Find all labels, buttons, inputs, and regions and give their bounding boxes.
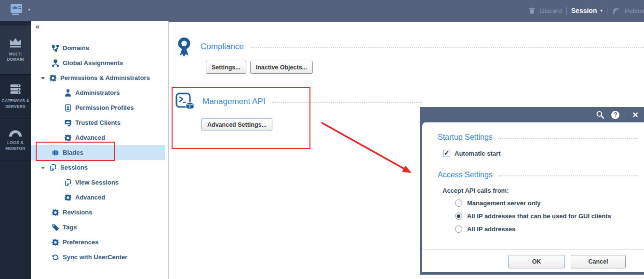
- tree-item-preferences[interactable]: Preferences: [31, 235, 168, 250]
- app-menu-caret-icon: ▾: [28, 7, 30, 12]
- tree-item-label: View Sessions: [75, 179, 119, 186]
- access-settings-heading: Access Settings: [438, 171, 637, 179]
- radio-button[interactable]: [455, 199, 462, 207]
- compliance-settings-button[interactable]: Settings...: [206, 61, 246, 74]
- domains-icon: [51, 44, 59, 52]
- advanced-settings-button[interactable]: Advanced Settings...: [201, 118, 272, 131]
- global-assignments-icon: [51, 59, 59, 67]
- tree-item-label: Blades: [63, 149, 83, 156]
- section-divider: [272, 102, 422, 103]
- profile-card-icon: [64, 104, 72, 112]
- dialog-body: Startup Settings ✓ Automatic start Acces…: [422, 122, 644, 272]
- tree-item-label: Sessions: [60, 164, 88, 171]
- radio-label: All IP addresses that can be used for GU…: [467, 213, 611, 220]
- radio-label: All IP addresses: [467, 226, 515, 233]
- tree-item-trusted-clients[interactable]: Trusted Clients: [31, 115, 168, 130]
- radio-all-ip-gui-clients[interactable]: All IP addresses that can be used for GU…: [455, 213, 611, 220]
- tree-item-label: Trusted Clients: [75, 119, 121, 126]
- tree-item-blades[interactable]: Blades: [31, 145, 165, 160]
- gear-icon: [64, 133, 72, 142]
- section-title: Management API: [202, 97, 265, 106]
- gear-icon: [64, 193, 72, 201]
- collapse-panel-button[interactable]: «: [36, 23, 40, 30]
- tree-item-view-sessions[interactable]: View Sessions: [31, 175, 168, 190]
- publish-button[interactable]: Publish: [625, 7, 644, 14]
- tree-item-sessions[interactable]: Sessions: [31, 160, 168, 175]
- tree-item-label: Preferences: [63, 239, 98, 246]
- sidebar-item-logs-monitor[interactable]: LOGS & MONITOR: [0, 119, 31, 160]
- tree-item-label: Administrators: [75, 89, 120, 96]
- administrator-icon: [64, 89, 72, 97]
- search-icon[interactable]: [596, 110, 605, 120]
- dialog-title-bar: ? ×: [420, 107, 644, 122]
- section-title: Compliance: [201, 42, 244, 52]
- tree-item-tags[interactable]: Tags: [31, 220, 168, 235]
- trash-icon: [528, 7, 536, 14]
- tree-item-advanced-permissions[interactable]: Advanced: [31, 130, 168, 145]
- tree-item-label: Global Assignments: [63, 59, 123, 66]
- accept-api-calls-label: Accept API calls from:: [443, 187, 509, 194]
- tree-item-revisions[interactable]: Revisions: [31, 205, 168, 220]
- domain-settings-tree-panel: « Domains Global Assignments Permissions…: [31, 21, 169, 279]
- sidebar-item-gateways-servers[interactable]: GATEWAYS & SERVERS: [0, 75, 31, 119]
- app-logo-icon: [11, 4, 24, 15]
- trusted-client-icon: [64, 119, 72, 127]
- tree-item-label: Advanced: [75, 194, 105, 201]
- radio-management-server-only[interactable]: Management server only: [455, 199, 540, 207]
- discard-button[interactable]: Discard: [540, 7, 562, 14]
- management-api-icon: [174, 92, 195, 112]
- gauge-icon: [8, 127, 23, 137]
- tree-item-permission-profiles[interactable]: Permission Profiles: [31, 100, 168, 115]
- session-menu-button[interactable]: Session: [571, 7, 597, 14]
- tree-item-domains[interactable]: Domains: [31, 40, 168, 55]
- startup-settings-heading: Startup Settings: [438, 133, 637, 142]
- radio-button[interactable]: [455, 213, 462, 220]
- sidebar-item-label: GATEWAYS & SERVERS: [0, 98, 31, 109]
- expander-icon[interactable]: [41, 77, 45, 80]
- annotation-arrow: [311, 115, 419, 182]
- heading-divider: [498, 138, 637, 139]
- tree-item-label: Permission Profiles: [75, 104, 134, 111]
- inactive-objects-button[interactable]: Inactive Objects...: [250, 61, 313, 74]
- tree-item-label: Revisions: [63, 209, 92, 216]
- automatic-start-row: ✓ Automatic start: [443, 150, 500, 157]
- tree-item-permissions-administrators[interactable]: Permissions & Administrators: [31, 70, 168, 85]
- compliance-award-icon: [175, 37, 193, 57]
- sidebar-item-multi-domain[interactable]: MULTI DOMAIN: [0, 26, 31, 75]
- tree-item-administrators[interactable]: Administrators: [31, 85, 168, 100]
- ok-button[interactable]: OK: [508, 255, 565, 268]
- checkmark-icon: ✓: [444, 149, 450, 157]
- help-icon[interactable]: ?: [611, 111, 619, 119]
- session-caret-icon: ▾: [600, 8, 603, 13]
- tree-item-advanced-sessions[interactable]: Advanced: [31, 190, 168, 205]
- management-api-settings-dialog: ? × Startup Settings ✓ Automatic start A…: [420, 107, 644, 275]
- tag-icon: [51, 223, 59, 231]
- tree-item-label: Sync with UserCenter: [63, 253, 127, 261]
- compliance-buttons: Settings... Inactive Objects...: [206, 61, 313, 74]
- app-sidebar: MULTI DOMAIN GATEWAYS & SERVERS LOGS & M…: [0, 21, 31, 279]
- radio-all-ip-addresses[interactable]: All IP addresses: [455, 226, 515, 233]
- sidebar-item-label: LOGS & MONITOR: [0, 140, 31, 151]
- tree-item-global-assignments[interactable]: Global Assignments: [31, 55, 168, 70]
- crown-icon: [8, 38, 23, 48]
- automatic-start-label: Automatic start: [455, 150, 500, 157]
- sync-icon: [51, 253, 59, 261]
- servers-icon: [9, 83, 22, 95]
- radio-label: Management server only: [467, 199, 540, 207]
- session-icon: [49, 163, 57, 172]
- expander-icon[interactable]: [41, 167, 45, 169]
- gear-icon: [51, 208, 59, 216]
- radio-button[interactable]: [455, 226, 462, 233]
- automatic-start-checkbox[interactable]: ✓: [443, 150, 450, 157]
- tree-item-sync-usercenter[interactable]: Sync with UserCenter: [31, 250, 168, 265]
- blades-icon: [51, 148, 59, 157]
- gear-icon: [51, 238, 59, 246]
- close-icon[interactable]: ×: [632, 110, 638, 120]
- compliance-section-header: Compliance: [175, 37, 644, 57]
- app-menu-button[interactable]: [11, 4, 24, 15]
- sidebar-item-label: MULTI DOMAIN: [0, 52, 31, 62]
- radio-dot: [457, 214, 460, 218]
- gear-icon: [49, 74, 57, 82]
- topbar-divider: [566, 7, 567, 15]
- cancel-button[interactable]: Cancel: [571, 255, 626, 268]
